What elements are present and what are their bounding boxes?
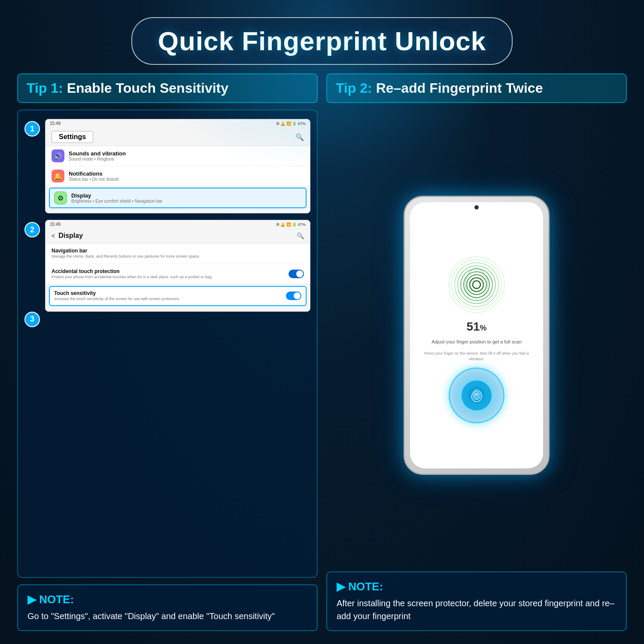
tip2-header: Tip 2: Re–add Fingerprint Twice — [326, 73, 627, 103]
status-bar-2: 15:49 ⚙ 🔔 📶 🔋 67% — [46, 220, 310, 228]
status-icons-2: ⚙ 🔔 📶 🔋 67% — [276, 222, 306, 227]
fingerprint-area: 51% Adjust your finger position to get a… — [410, 210, 543, 468]
front-camera — [410, 202, 543, 210]
step1-content: 15:49 ⚙ 🔔 📶 🔋 67% Settings 🔍 🔊 — [45, 119, 310, 213]
fingerprint-graphic — [447, 255, 507, 315]
accidental-touch-item[interactable]: Accidental touch protection Protect your… — [46, 264, 310, 285]
note2-box: ▶ NOTE: After installing the screen prot… — [326, 571, 627, 631]
touch-toggle[interactable] — [286, 292, 301, 300]
sounds-text: Sounds and vibration Sound mode • Ringto… — [69, 150, 304, 161]
settings-item-sounds[interactable]: 🔊 Sounds and vibration Sound mode • Ring… — [46, 146, 310, 166]
title-badge: Quick Fingerprint Unlock — [131, 17, 513, 65]
phone-outer: 51% Adjust your finger position to get a… — [404, 196, 550, 475]
settings-title-box: Settings — [52, 131, 93, 143]
accidental-toggle[interactable] — [289, 270, 304, 278]
sound-icon: 🔊 — [52, 149, 64, 162]
step2-num: 2 — [24, 222, 40, 237]
note1-text: Go to "Settings", activate "Display" and… — [27, 610, 307, 623]
fingerprint-icon — [467, 386, 486, 405]
tip1-header: Tip 1: Enable Touch Sensitivity — [17, 73, 318, 103]
phone-mockup-area: 51% Adjust your finger position to get a… — [326, 109, 627, 561]
svg-point-8 — [473, 281, 480, 289]
display-icon: ⚙ — [54, 191, 67, 204]
touch-row: Touch sensitivity Increase the touch sen… — [54, 290, 301, 302]
svg-point-7 — [470, 278, 483, 292]
fingerprint-svg — [447, 255, 507, 315]
display-screen: 15:49 ⚙ 🔔 📶 🔋 67% < Display 🔍 Navigation — [45, 220, 310, 312]
fp-headline: Adjust your finger position to get a ful… — [423, 339, 530, 345]
settings-header: Settings 🔍 — [46, 128, 310, 146]
fp-button[interactable] — [449, 368, 504, 423]
note1-title: ▶ NOTE: — [27, 593, 307, 606]
title-section: Quick Fingerprint Unlock — [17, 17, 627, 65]
tip2-label: Tip 2: Re–add Fingerprint Twice — [336, 80, 543, 96]
settings-item-notif[interactable]: 🔔 Notifications Status bar • Do not dist… — [46, 166, 310, 186]
accidental-touch-row: Accidental touch protection Protect your… — [52, 268, 304, 280]
left-column: Tip 1: Enable Touch Sensitivity 1 15:49 … — [17, 73, 318, 631]
svg-point-0 — [449, 257, 504, 313]
settings-item-display[interactable]: ⚙ Display Brightness • Eye comfort shiel… — [49, 188, 307, 208]
right-column: Tip 2: Re–add Fingerprint Twice — [326, 73, 627, 631]
fp-icon-inner — [462, 380, 492, 410]
note2-title: ▶ NOTE: — [337, 580, 617, 593]
status-icons-1: ⚙ 🔔 📶 🔋 67% — [276, 122, 306, 126]
step1-row: 1 15:49 ⚙ 🔔 📶 🔋 67% Settings 🔍 — [24, 119, 310, 213]
svg-point-2 — [455, 263, 498, 307]
phone-inner: 51% Adjust your finger position to get a… — [410, 202, 543, 468]
step3-row: 3 — [24, 310, 310, 327]
search-icon[interactable]: 🔍 — [295, 133, 304, 141]
note1-box: ▶ NOTE: Go to "Settings", activate "Disp… — [17, 584, 318, 631]
screenshots-area: 1 15:49 ⚙ 🔔 📶 🔋 67% Settings 🔍 — [17, 109, 318, 578]
touch-sensitivity-item[interactable]: Touch sensitivity Increase the touch sen… — [49, 286, 307, 306]
camera-dot — [474, 205, 479, 210]
display-screen-title: Display — [58, 232, 293, 240]
notif-icon: 🔔 — [52, 170, 64, 182]
svg-point-10 — [476, 394, 477, 396]
fp-instruction: Press your finger on the sensor, then li… — [414, 351, 539, 362]
step1-num: 1 — [24, 121, 40, 137]
display-text: Display Brightness • Eye comfort shield … — [71, 192, 301, 204]
settings-screen: 15:49 ⚙ 🔔 📶 🔋 67% Settings 🔍 🔊 — [45, 119, 310, 213]
accidental-text: Accidental touch protection Protect your… — [52, 268, 289, 280]
touch-text: Touch sensitivity Increase the touch sen… — [54, 290, 286, 302]
tip1-label: Tip 1: Enable Touch Sensitivity — [27, 80, 228, 96]
step2-content: 15:49 ⚙ 🔔 📶 🔋 67% < Display 🔍 Navigation — [45, 220, 310, 312]
note2-text: After installing the screen protector, d… — [337, 597, 617, 623]
display-search-icon[interactable]: 🔍 — [297, 232, 304, 239]
nav-bar-item[interactable]: Navigation bar Manage the Home, Back, an… — [46, 243, 310, 264]
back-button[interactable]: < — [52, 232, 55, 239]
step3-num: 3 — [24, 312, 40, 327]
main-title: Quick Fingerprint Unlock — [158, 26, 486, 56]
notif-text: Notifications Status bar • Do not distur… — [69, 170, 304, 182]
display-header: < Display 🔍 — [46, 228, 310, 243]
fp-percent-display: 51% — [466, 320, 486, 334]
status-bar-1: 15:49 ⚙ 🔔 📶 🔋 67% — [46, 119, 310, 128]
step2-row: 2 15:49 ⚙ 🔔 📶 🔋 67% < Display 🔍 — [24, 220, 310, 312]
